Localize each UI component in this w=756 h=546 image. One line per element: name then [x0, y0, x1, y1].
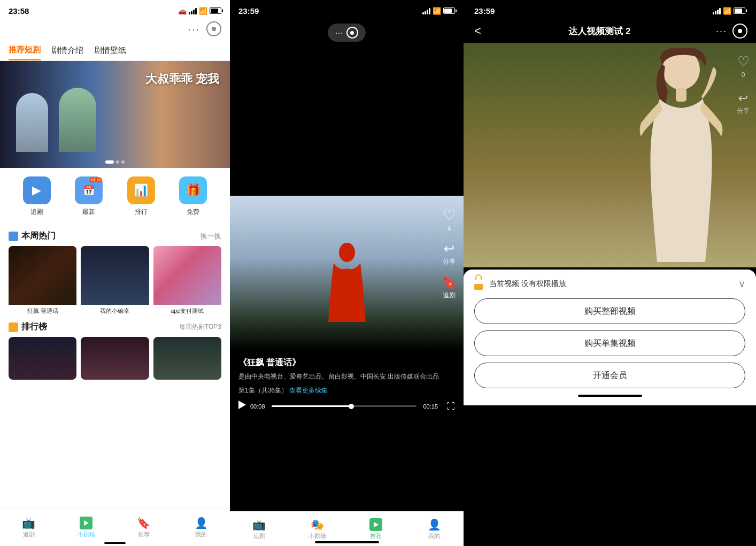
red-figure-svg	[326, 242, 368, 322]
video-side-actions: ♡ 4 ↪ 分享 🔖 追剧	[441, 206, 457, 300]
person-icon-1: 👤	[195, 517, 208, 529]
tab-recommend[interactable]: 推荐短剧	[9, 41, 41, 60]
nav-label-wode-1: 我的	[195, 530, 207, 539]
mianfei-label: 免费	[187, 207, 199, 217]
like-action-right[interactable]: ♡ 0	[737, 53, 750, 79]
female-svg	[633, 48, 729, 262]
bottom-nav-2: 📺 追剧 🎭 小剧场 推荐 👤 我的	[230, 511, 464, 546]
hero-banner[interactable]: 大叔乖乖 宠我	[0, 61, 230, 168]
play-icon: ▶	[32, 183, 41, 197]
time-end: 00:15	[423, 403, 438, 410]
nav-label-wode-2: 我的	[428, 532, 440, 540]
tab-intro[interactable]: 剧情介绍	[51, 41, 83, 60]
share-action-right[interactable]: ↪ 分享	[737, 91, 750, 116]
ranking-card-2[interactable]	[81, 337, 149, 380]
progress-track[interactable]	[272, 405, 417, 407]
icon-paihang[interactable]: 📊 排行	[127, 176, 155, 217]
icon-zhuiju[interactable]: ▶ 追剧	[23, 176, 51, 217]
buy-all-button[interactable]: 购买整部视频	[474, 298, 745, 324]
like-count: 4	[448, 225, 451, 233]
lock-icon	[474, 278, 485, 290]
nav-wode-2[interactable]: 👤 我的	[405, 518, 464, 540]
nav-tuijian-1[interactable]: 🔖 推荐	[115, 517, 173, 539]
video-main-area[interactable]: ♡ 4 ↪ 分享 🔖 追剧	[230, 196, 464, 351]
scan-icon-3[interactable]	[732, 24, 747, 39]
nav-label-tuijian-1: 推荐	[138, 530, 150, 539]
video-thumb-right[interactable]: ♡ 0 ↪ 分享	[464, 43, 756, 267]
share-arrow-icon: ↪	[444, 241, 454, 256]
permission-panel: 当前视频 没有权限播放 ∨ 购买整部视频 购买单集视频 开通会员	[464, 270, 756, 405]
ranking-action[interactable]: 每周热剧TOP3	[179, 322, 221, 332]
fullscreen-button[interactable]: ⛶	[446, 402, 455, 411]
nav-tuijian-2[interactable]: 推荐	[347, 518, 405, 540]
nav-zhuiju-2[interactable]: 📺 追剧	[230, 518, 288, 540]
progress-dot	[349, 404, 354, 409]
status-bar-2: 23:59 📶	[230, 0, 464, 19]
nav-xiaojuchang-2[interactable]: 🎭 小剧场	[288, 518, 346, 540]
play-icon-green-1	[80, 517, 92, 529]
icon-mianfei[interactable]: 🎁 免费	[179, 176, 207, 217]
ranking-card-1[interactable]	[9, 337, 76, 380]
icon-grid: ▶ 追剧 📅 NEW 最新 📊 排行 🎁 免费	[0, 168, 230, 225]
zhuiju-icon-box: ▶	[23, 176, 51, 204]
nav-wode-1[interactable]: 👤 我的	[173, 517, 230, 539]
heart-outline-icon: ♡	[737, 53, 750, 70]
pill-dot	[350, 31, 354, 35]
play-triangle-3	[374, 522, 379, 527]
more-icon[interactable]: ···	[188, 23, 200, 35]
follow-action[interactable]: 🔖 追剧	[441, 275, 457, 300]
wifi-icon-3: 📶	[723, 7, 731, 15]
card-3[interactable]: app支付测试	[153, 246, 221, 317]
chevron-down-icon[interactable]: ∨	[738, 278, 745, 290]
more-episodes[interactable]: 查看更多续集	[289, 387, 328, 394]
card-thumb-2	[81, 246, 149, 305]
ranking-icon	[9, 322, 18, 332]
nav-label-zhuiju-1: 追剧	[23, 530, 35, 539]
hero-person-right	[59, 88, 96, 152]
battery-icon	[210, 7, 221, 14]
ranking-card-3[interactable]	[153, 337, 221, 380]
buy-single-label: 购买单集视频	[584, 338, 636, 349]
ranking-icon: 📊	[134, 183, 148, 197]
hero-person-left	[16, 93, 48, 152]
time-2: 23:59	[238, 6, 259, 16]
more-icon-3[interactable]: ···	[716, 26, 727, 37]
card-1[interactable]: 狂飙 普通话	[9, 246, 76, 317]
vip-button[interactable]: 开通会员	[474, 363, 745, 388]
play-button[interactable]	[238, 401, 246, 412]
hot-action[interactable]: 换一换	[200, 232, 221, 241]
ranking-title-text: 排行榜	[21, 321, 47, 333]
recommend-icon-1: 🔖	[137, 517, 150, 529]
card-2[interactable]: 我的小确幸	[81, 246, 149, 317]
hero-title: 大叔乖乖 宠我	[145, 72, 219, 87]
share-label: 分享	[443, 257, 456, 266]
like-action[interactable]: ♡ 4	[443, 206, 456, 233]
tab-wallpaper[interactable]: 剧情壁纸	[94, 41, 126, 60]
play-icon-green-2	[369, 518, 382, 531]
buy-single-button[interactable]: 购买单集视频	[474, 330, 745, 356]
hero-dot-3	[121, 160, 125, 164]
wifi-icon: 📶	[199, 7, 207, 15]
paihang-icon-box: 📊	[127, 176, 155, 204]
icon-zuixin[interactable]: 📅 NEW 最新	[75, 176, 103, 217]
card-title-2: 我的小确幸	[81, 305, 149, 317]
hero-dot-2	[116, 160, 119, 164]
share-action[interactable]: ↪ 分享	[443, 241, 456, 266]
back-button[interactable]: <	[472, 22, 483, 40]
share-arrow-icon-right: ↪	[738, 91, 748, 105]
pill-dots: ···	[335, 28, 343, 37]
side-actions-right: ♡ 0 ↪ 分享	[737, 53, 750, 116]
video-episode: 第1集（共36集） 查看更多续集	[238, 386, 455, 395]
nav-zhuiju-1[interactable]: 📺 追剧	[0, 517, 58, 539]
card-title-3: app支付测试	[153, 305, 221, 317]
card-thumb-3	[153, 246, 221, 305]
p3-nav-bar: < 达人视频测试 2 ···	[464, 19, 756, 43]
nav-xiaojuchang-1[interactable]: 小剧场	[58, 517, 115, 539]
time-3: 23:59	[474, 6, 495, 16]
pill-button[interactable]: ···	[328, 24, 366, 42]
scan-icon[interactable]	[206, 21, 221, 36]
ranking-section: 排行榜 每周热剧TOP3	[0, 317, 230, 384]
play-triangle-1	[84, 520, 89, 526]
tv-icon-1: 📺	[22, 517, 35, 529]
status-bar-1: 23:58 🚗 📶	[0, 0, 230, 19]
